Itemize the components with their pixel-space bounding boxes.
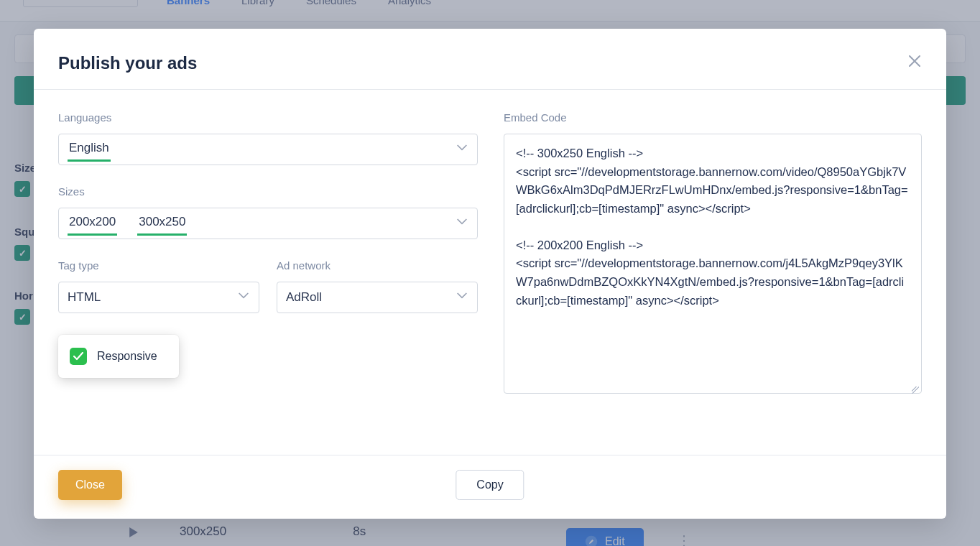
sizes-field: Sizes 200x200 300x250: [58, 185, 478, 239]
chevron-down-icon: [239, 291, 249, 304]
sizes-select[interactable]: 200x200 300x250: [58, 208, 478, 239]
ad-network-label: Ad network: [277, 259, 478, 272]
modal-right-column: Embed Code: [504, 111, 922, 448]
close-button[interactable]: Close: [58, 470, 122, 500]
modal-title: Publish your ads: [58, 53, 197, 73]
modal-header: Publish your ads: [34, 29, 946, 90]
ad-network-field: Ad network AdRoll: [277, 259, 478, 313]
tag-type-label: Tag type: [58, 259, 259, 272]
tag-type-field: Tag type HTML: [58, 259, 259, 313]
ad-network-select[interactable]: AdRoll: [277, 282, 478, 313]
languages-select[interactable]: English: [58, 134, 478, 165]
checkbox-checked-icon[interactable]: [70, 348, 87, 365]
language-chip-english[interactable]: English: [68, 138, 111, 162]
modal-footer: Close Copy: [34, 455, 946, 519]
publish-modal: Publish your ads Languages English Sizes…: [34, 29, 946, 519]
ad-network-value: AdRoll: [286, 290, 322, 305]
responsive-checkbox-card[interactable]: Responsive: [58, 335, 179, 378]
close-icon[interactable]: [907, 54, 922, 73]
modal-left-column: Languages English Sizes 200x200 300x250: [58, 111, 478, 448]
chevron-down-icon: [457, 291, 467, 304]
size-chip-200[interactable]: 200x200: [68, 212, 117, 236]
copy-button[interactable]: Copy: [456, 470, 524, 500]
chevron-down-icon: [457, 217, 467, 230]
embed-wrapper: [504, 134, 922, 397]
embed-code-textarea[interactable]: [504, 134, 922, 394]
modal-body: Languages English Sizes 200x200 300x250: [34, 90, 946, 455]
languages-label: Languages: [58, 111, 478, 124]
tag-type-value: HTML: [68, 290, 101, 305]
languages-field: Languages English: [58, 111, 478, 165]
tag-type-select[interactable]: HTML: [58, 282, 259, 313]
tag-network-row: Tag type HTML Ad network AdRoll: [58, 259, 478, 313]
responsive-label: Responsive: [97, 350, 157, 363]
embed-label: Embed Code: [504, 111, 922, 124]
size-chip-300[interactable]: 300x250: [137, 212, 187, 236]
chevron-down-icon: [457, 143, 467, 156]
sizes-label: Sizes: [58, 185, 478, 198]
